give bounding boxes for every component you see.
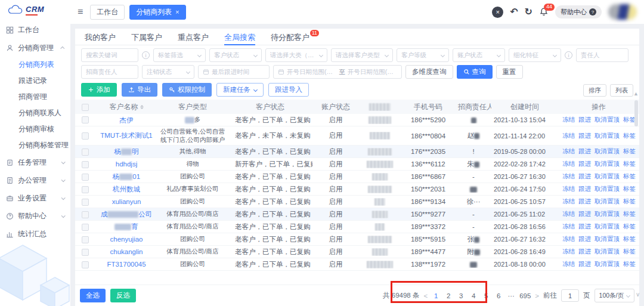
sidebar-subitem-招商管理[interactable]: 招商管理 xyxy=(0,89,70,105)
filter-注销状态[interactable]: 注销状态 xyxy=(142,65,194,79)
filter-最后跟进时间[interactable]: 最后跟进时间 xyxy=(198,65,270,79)
view-button-排序[interactable]: 排序 xyxy=(583,84,606,97)
customer-name-cell[interactable]: 杭州数城 xyxy=(95,185,157,194)
op-link-跟进[interactable]: 跟进 xyxy=(578,197,591,205)
undo-icon[interactable]: ↶ xyxy=(510,7,518,17)
op-link-标签[interactable]: 标签 xyxy=(623,260,636,267)
op-link-跟进[interactable]: 跟进 xyxy=(578,160,591,167)
op-link-标签[interactable]: 标签 xyxy=(623,132,636,139)
op-link-冻结[interactable]: 冻结 xyxy=(562,185,575,192)
op-link-跟进[interactable]: 跟进 xyxy=(578,147,591,154)
op-link-取消置顶[interactable]: 取消置顶 xyxy=(595,248,620,255)
prev-page-arrow[interactable]: < xyxy=(423,292,428,299)
refresh-icon[interactable]: ↻ xyxy=(525,7,532,17)
filter-搜索关键词[interactable]: 搜索关键词 xyxy=(81,48,138,62)
action-button-权限控制[interactable]: 权限控制 xyxy=(162,83,212,97)
sidebar-item-帮助中心[interactable]: 帮助中心 xyxy=(0,207,70,225)
page-number-1[interactable]: 1 xyxy=(432,292,440,299)
page-number-6[interactable]: 6 xyxy=(494,292,503,299)
scroll-down-icon[interactable]: ∨ xyxy=(636,291,640,298)
window-tab-分销商列表[interactable]: 分销商列表× xyxy=(129,5,185,20)
row-checkbox[interactable] xyxy=(82,261,89,268)
op-link-跟进[interactable]: 跟进 xyxy=(578,185,591,192)
op-link-冻结[interactable]: 冻结 xyxy=(562,172,575,180)
action-button-导出[interactable]: 导出 xyxy=(122,83,157,97)
op-link-标签[interactable]: 标签 xyxy=(623,248,636,255)
select-all-button[interactable]: 全选 xyxy=(80,289,106,302)
filter-细化特征[interactable]: 细化特征 xyxy=(509,48,561,62)
next-page-arrow[interactable]: > xyxy=(535,292,539,299)
op-link-取消置顶[interactable]: 取消置顶 xyxy=(595,185,620,192)
filter-请选择客户类型[interactable]: 请选择客户类型 xyxy=(331,48,393,62)
avatar[interactable] xyxy=(608,4,637,20)
select-all-checkbox[interactable] xyxy=(82,104,89,111)
filter-请选择大类（老）[interactable]: 请选择大类（老） xyxy=(265,48,327,62)
op-link-标签[interactable]: 标签 xyxy=(623,235,636,242)
customer-name-cell[interactable]: FT31700045 xyxy=(95,261,157,268)
op-link-标签[interactable]: 标签 xyxy=(623,147,636,154)
sidebar-subitem-分销商列表[interactable]: 分销商列表 xyxy=(0,57,70,73)
close-tab-icon[interactable]: × xyxy=(175,8,179,16)
op-link-标签[interactable]: 标签 xyxy=(623,185,636,192)
op-link-取消置顶[interactable]: 取消置顶 xyxy=(595,132,620,139)
sidebar-subitem-分销商审核[interactable]: 分销商审核 xyxy=(0,121,70,137)
op-link-标签[interactable]: 标签 xyxy=(623,172,636,180)
op-link-标签[interactable]: 标签 xyxy=(623,160,636,167)
customer-name-cell[interactable]: hdhdjsj xyxy=(95,160,157,168)
page-number-2[interactable]: 2 xyxy=(444,292,453,299)
page-number-3[interactable]: 3 xyxy=(457,292,465,299)
row-checkbox[interactable] xyxy=(82,174,89,181)
filter-button-查询[interactable]: 查询 xyxy=(457,65,493,79)
row-checkbox[interactable] xyxy=(82,132,89,140)
op-link-跟进[interactable]: 跟进 xyxy=(578,132,591,139)
row-checkbox[interactable] xyxy=(82,236,89,243)
sidebar-item-统计汇总[interactable]: 统计汇总 xyxy=(0,225,70,243)
customer-name-cell[interactable]: 杰伊 xyxy=(95,116,157,125)
op-link-标签[interactable]: 标签 xyxy=(623,197,636,205)
tab-待分配客户[interactable]: 待分配客户11 xyxy=(271,29,319,45)
notifications-bell-icon[interactable]: 44 xyxy=(539,7,549,17)
sidebar-item-业务设置[interactable]: 业务设置 xyxy=(0,189,70,207)
sidebar-item-任务管理[interactable]: 任务管理 xyxy=(0,153,70,171)
op-link-冻结[interactable]: 冻结 xyxy=(562,160,575,167)
op-link-跟进[interactable]: 跟进 xyxy=(578,172,591,180)
op-link-跟进[interactable]: 跟进 xyxy=(578,248,591,255)
action-button-添加[interactable]: 添加 xyxy=(81,83,117,97)
tab-我的客户[interactable]: 我的客户 xyxy=(85,29,116,45)
customer-name-cell[interactable]: 杨明 xyxy=(95,147,157,156)
action-button-新建任务[interactable]: 新建任务 xyxy=(216,83,264,97)
op-link-取消置顶[interactable]: 取消置顶 xyxy=(595,147,620,154)
view-button-列表[interactable]: 列表 xyxy=(610,84,633,97)
filter-客户状态[interactable]: 客户状态 xyxy=(209,48,262,62)
filter-客户等级[interactable]: 客户等级 xyxy=(397,48,449,62)
page-number-695[interactable]: 695 xyxy=(519,292,531,299)
goto-page-input[interactable] xyxy=(561,289,579,302)
customer-name-cell[interactable]: chukanglin xyxy=(95,248,157,255)
filter-招商责任人[interactable]: 招商责任人 xyxy=(81,65,138,79)
tab-全局搜索[interactable]: 全局搜索 xyxy=(224,29,255,45)
op-link-冻结[interactable]: 冻结 xyxy=(562,248,575,255)
page-number-···[interactable]: ··· xyxy=(507,292,515,299)
customer-name-cell[interactable]: 育 xyxy=(95,222,157,231)
page-number-4[interactable]: 4 xyxy=(469,292,478,299)
op-link-跟进[interactable]: 跟进 xyxy=(578,210,591,217)
row-checkbox[interactable] xyxy=(82,186,89,193)
op-link-冻结[interactable]: 冻结 xyxy=(562,147,575,154)
filter-button-多维度查询[interactable]: 多维度查询 xyxy=(405,65,453,79)
page-size-select[interactable]: 100条/页 xyxy=(595,289,634,302)
filter-账户状态[interactable]: 账户状态 xyxy=(453,48,505,62)
invert-select-button[interactable]: 反选 xyxy=(110,289,136,302)
customer-name-cell[interactable]: chenyujiao xyxy=(95,236,157,243)
page-number-5[interactable]: 5 xyxy=(482,292,490,299)
action-button-跟进导入[interactable]: 跟进导入 xyxy=(268,83,309,97)
op-link-取消置顶[interactable]: 取消置顶 xyxy=(595,222,620,230)
scrollbar-thumb[interactable] xyxy=(634,100,638,126)
help-center-button[interactable]: 帮助中心 ? xyxy=(555,5,602,18)
op-link-冻结[interactable]: 冻结 xyxy=(562,197,575,205)
customer-name-cell[interactable]: 成公司 xyxy=(95,210,157,219)
op-link-取消置顶[interactable]: 取消置顶 xyxy=(595,116,620,123)
sidebar-subitem-跟进记录[interactable]: 跟进记录 xyxy=(0,73,70,89)
filter-开号日期范围(开始)[interactable]: 开号日期范围(开始)至开号日期范围(结束) xyxy=(273,65,402,79)
row-checkbox[interactable] xyxy=(82,149,89,156)
scroll-up-icon[interactable]: ▲ xyxy=(633,91,639,97)
